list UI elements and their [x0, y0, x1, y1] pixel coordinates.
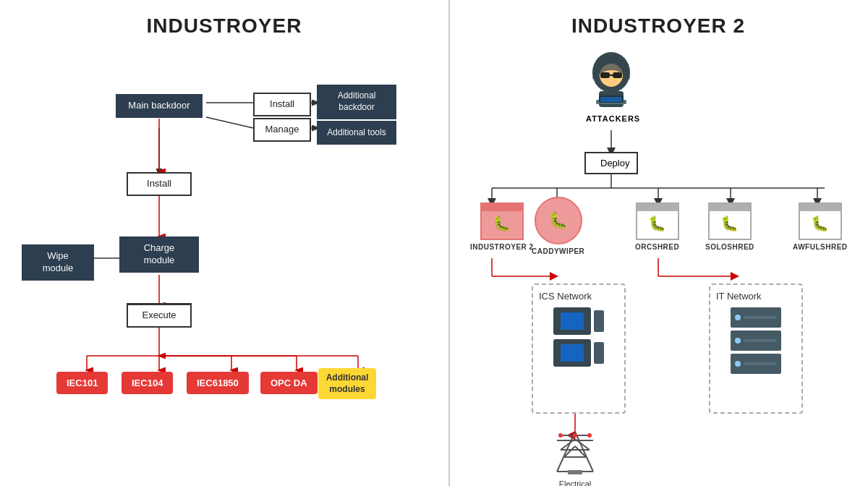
it-network-label: IT Network — [716, 291, 796, 302]
wipe-module-box: Wipe module — [22, 244, 94, 281]
ics-monitor-1 — [553, 307, 591, 335]
svg-line-3 — [206, 117, 253, 128]
it-server-led-3 — [735, 361, 741, 367]
ics-tower-1 — [594, 310, 604, 332]
ics-screen-1 — [561, 312, 584, 330]
it-server-led-1 — [735, 315, 741, 320]
industroyer2-icon: 🐛 — [480, 202, 524, 240]
orcshred-label: ORCSHRED — [635, 243, 679, 251]
orcshred-box: 🐛 ORCSHRED — [635, 202, 679, 251]
main-container: INDUSTROYER — [0, 0, 868, 486]
orcshred-icon: 🐛 — [636, 202, 679, 240]
main-backdoor-box: Main backdoor — [116, 94, 203, 118]
svg-line-43 — [557, 432, 575, 472]
bug-icon-1: 🐛 — [493, 215, 511, 232]
awfulshred-box: 🐛 AWFULSHRED — [793, 202, 848, 251]
charge-module-box: Charge module — [119, 236, 199, 273]
iec101-box: IEC101 — [56, 372, 108, 394]
install-main-box: Install — [127, 172, 192, 196]
svg-line-44 — [575, 432, 593, 472]
additional-tools-box: Additional tools — [317, 121, 396, 145]
caddywiper-box: 🐛 CADDYWIPER — [532, 197, 584, 255]
caddywiper-label: CADDYWIPER — [532, 247, 584, 255]
ics-servers — [539, 307, 618, 367]
soloshred-box: 🐛 SOLOSHRED — [705, 202, 754, 251]
manage-box: Manage — [253, 118, 311, 142]
bug-icon-3: 🐛 — [648, 215, 666, 232]
it-servers — [716, 307, 796, 374]
bug-icon-5: 🐛 — [811, 215, 829, 232]
left-diagram: Main backdoor Install Manage Additional … — [14, 45, 434, 479]
ics-monitor-2 — [553, 339, 591, 367]
it-server-led-2 — [735, 338, 741, 344]
opcda-box: OPC DA — [260, 372, 318, 394]
ics-network-box: ICS Network — [532, 284, 626, 414]
right-arrows — [463, 45, 854, 486]
soloshred-icon: 🐛 — [708, 202, 752, 240]
it-network-box: IT Network — [709, 284, 803, 414]
iec61850-box: IEC61850 — [187, 372, 249, 394]
ics-tower-2 — [594, 342, 604, 364]
left-title: INDUSTROYER — [14, 14, 434, 38]
right-diagram: ATTACKERS Deploy 🐛 INDUSTROYER 2 🐛 CADDY… — [463, 45, 854, 486]
it-server-bar-2 — [744, 339, 777, 342]
it-server-bar-1 — [744, 316, 777, 319]
attacker-figure: ATTACKERS — [586, 52, 637, 123]
attacker-icon — [586, 52, 637, 110]
it-server-1 — [731, 307, 781, 328]
right-panel: INDUSTROYER 2 — [448, 0, 868, 486]
svg-rect-57 — [568, 470, 582, 474]
left-panel: INDUSTROYER — [0, 0, 448, 486]
right-title: INDUSTROYER 2 — [463, 14, 854, 38]
bug-icon-2: 🐛 — [548, 211, 568, 230]
svg-point-56 — [587, 433, 592, 438]
additional-modules-box: Additional modules — [318, 368, 376, 399]
attacker-label: ATTACKERS — [586, 114, 637, 123]
power-tower-icon — [550, 432, 600, 475]
caddywiper-icon: 🐛 — [535, 197, 582, 244]
install-right-box: Install — [253, 93, 311, 116]
ics-workstation-1 — [553, 307, 604, 335]
ics-workstation-2 — [553, 339, 604, 367]
industroyer2-box: 🐛 INDUSTROYER 2 — [470, 202, 534, 251]
ics-network-label: ICS Network — [539, 291, 618, 302]
ics-screen-2 — [561, 344, 584, 362]
svg-rect-42 — [600, 97, 622, 102]
additional-backdoor-box: Additional backdoor — [317, 85, 396, 119]
bug-icon-4: 🐛 — [720, 215, 739, 232]
svg-point-54 — [558, 433, 563, 438]
iec104-box: IEC104 — [122, 372, 173, 394]
awfulshred-label: AWFULSHRED — [793, 243, 848, 251]
it-server-3 — [731, 354, 781, 374]
execute-bottom-box: Execute — [127, 304, 192, 328]
soloshred-label: SOLOSHRED — [705, 243, 754, 251]
it-server-bar-3 — [744, 362, 777, 365]
svg-rect-37 — [613, 72, 622, 78]
deploy-box: Deploy — [584, 152, 638, 174]
industroyer2-label: INDUSTROYER 2 — [470, 243, 534, 251]
svg-point-55 — [573, 433, 577, 438]
electrical-substation: Electrical substation — [546, 432, 604, 486]
svg-rect-36 — [600, 72, 610, 78]
it-server-2 — [731, 331, 781, 351]
awfulshred-icon: 🐛 — [799, 202, 842, 240]
electrical-substation-label: Electrical substation — [546, 479, 604, 486]
